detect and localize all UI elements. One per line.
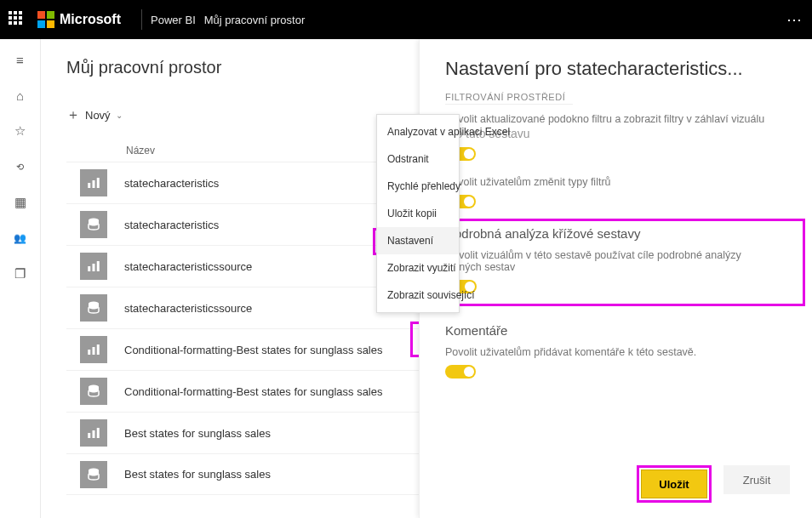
- comments-heading: Komentáře: [445, 323, 790, 338]
- svg-rect-14: [97, 428, 100, 438]
- filter-desc-2: Povolit uživatelům změnit typy filtrů: [445, 176, 790, 188]
- item-name: Conditional-formatting-Best states for s…: [124, 344, 382, 356]
- dataset-icon: [80, 378, 107, 405]
- menu-item[interactable]: Zobrazit související: [377, 282, 459, 309]
- more-icon[interactable]: ⋯: [786, 10, 803, 29]
- cross-report-desc-1: Povolit vizuálům v této sestavě používat…: [446, 249, 794, 261]
- workspace-breadcrumb[interactable]: Můj pracovní prostor: [204, 14, 306, 26]
- filter-desc-1: Povolit aktualizované podokno filtru a z…: [445, 113, 790, 125]
- menu-item[interactable]: Analyzovat v aplikaci Excel: [377, 118, 459, 145]
- cancel-button[interactable]: Zrušit: [723, 465, 790, 494]
- microsoft-label: Microsoft: [60, 12, 121, 27]
- app-name[interactable]: Power BI: [151, 14, 196, 26]
- svg-rect-9: [93, 347, 95, 355]
- menu-item[interactable]: Zobrazit využití: [377, 254, 459, 282]
- app-launcher-icon[interactable]: [9, 11, 26, 28]
- menu-item[interactable]: Odstranit: [377, 145, 459, 173]
- svg-rect-10: [97, 344, 100, 355]
- plus-icon: ＋: [66, 106, 80, 124]
- nav-recent-icon[interactable]: ⟲: [12, 158, 29, 175]
- report-icon: [80, 419, 107, 447]
- svg-rect-0: [88, 183, 90, 188]
- dataset-icon: [80, 294, 107, 322]
- nav-shared-icon[interactable]: 👥: [12, 230, 29, 247]
- item-name: statecharacteristics: [124, 177, 219, 190]
- nav-workspaces-icon[interactable]: ❐: [12, 265, 29, 282]
- svg-rect-4: [88, 266, 90, 271]
- svg-rect-8: [88, 350, 90, 355]
- item-name: statecharacteristicssource: [124, 260, 252, 273]
- menu-item[interactable]: Uložit kopii: [377, 200, 459, 227]
- svg-rect-5: [93, 264, 95, 271]
- report-icon: [80, 169, 107, 196]
- toggle-comments[interactable]: [445, 365, 476, 379]
- save-button[interactable]: Uložit: [641, 470, 707, 498]
- item-name: statecharacteristics: [124, 219, 219, 231]
- chevron-down-icon: ⌄: [116, 111, 123, 120]
- item-name: Best states for sunglass sales: [124, 468, 271, 481]
- context-menu: Analyzovat v aplikaci ExcelOdstranitRych…: [376, 114, 460, 313]
- svg-rect-1: [93, 180, 95, 188]
- nav-apps-icon[interactable]: ▦: [12, 194, 29, 211]
- item-name: Conditional-formatting-Best states for s…: [124, 385, 382, 398]
- nav-home-icon[interactable]: ⌂: [12, 87, 29, 104]
- svg-rect-2: [97, 178, 100, 188]
- comments-desc: Povolit uživatelům přidávat komentáře k …: [445, 346, 790, 358]
- menu-item[interactable]: Nastavení: [377, 227, 459, 254]
- cross-report-desc-2: z jiných sestav: [446, 261, 794, 273]
- top-bar: Microsoft Power BI Můj pracovní prostor …: [0, 0, 812, 39]
- svg-rect-13: [93, 430, 95, 438]
- divider: [445, 104, 573, 105]
- svg-rect-12: [88, 433, 90, 438]
- settings-panel: Nastavení pro statecharacteristics... FI…: [419, 39, 812, 518]
- svg-rect-6: [97, 261, 100, 271]
- panel-footer: Uložit Zrušit: [445, 457, 790, 518]
- microsoft-logo: Microsoft: [37, 11, 121, 28]
- item-name: statecharacteristicssource: [124, 302, 252, 315]
- dataset-icon: [80, 211, 107, 238]
- separator: [141, 9, 142, 30]
- report-icon: [80, 253, 107, 280]
- cross-report-highlight: Podrobná analýza křížové sestavy Povolit…: [435, 219, 805, 306]
- cross-report-heading: Podrobná analýza křížové sestavy: [446, 226, 794, 241]
- panel-title: Nastavení pro statecharacteristics...: [445, 58, 790, 80]
- nav-favorites-icon[interactable]: ☆: [12, 122, 29, 139]
- menu-item[interactable]: Rychlé přehledy: [377, 173, 459, 200]
- left-nav: ≡ ⌂ ☆ ⟲ ▦ 👥 ❐: [0, 39, 41, 518]
- highlight-box: Uložit: [637, 465, 712, 503]
- filter-section-label: FILTROVÁNÍ PROSTŘEDÍ: [445, 92, 790, 102]
- nav-menu-icon[interactable]: ≡: [12, 51, 29, 68]
- item-name: Best states for sunglass sales: [124, 427, 271, 440]
- new-label: Nový: [85, 109, 111, 122]
- report-icon: [80, 336, 107, 363]
- dataset-icon: [80, 461, 107, 488]
